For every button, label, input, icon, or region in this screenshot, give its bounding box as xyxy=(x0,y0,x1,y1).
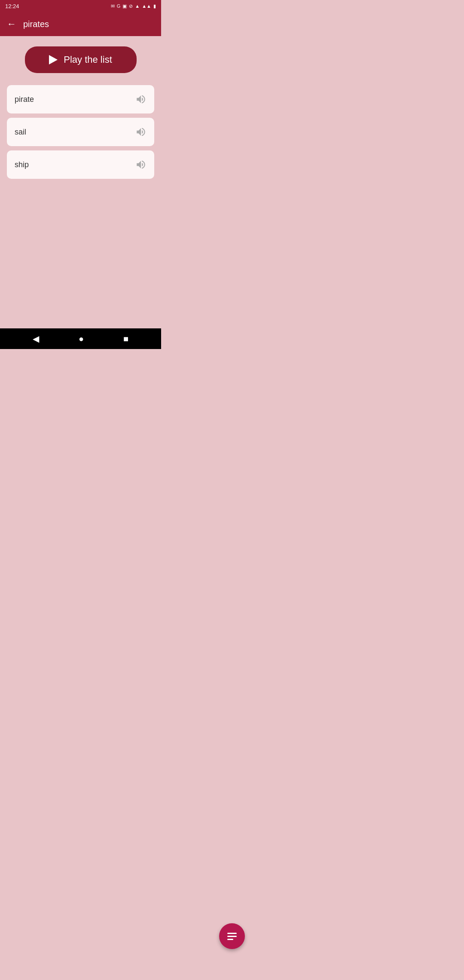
sim-icon: ▣ xyxy=(122,3,127,9)
blocked-icon: ⊘ xyxy=(129,3,133,9)
google-icon: G xyxy=(117,3,121,9)
nav-back-button[interactable]: ◀ xyxy=(26,330,46,347)
status-icons: ✉ G ▣ ⊘ ▲ ▲▲ ▮ xyxy=(111,3,156,9)
status-bar: 12:24 ✉ G ▣ ⊘ ▲ ▲▲ ▮ xyxy=(0,0,161,12)
word-item[interactable]: ship xyxy=(7,150,154,179)
word-text: sail xyxy=(15,128,26,137)
email-icon: ✉ xyxy=(111,3,115,9)
toolbar: ← pirates xyxy=(0,12,161,36)
word-item[interactable]: pirate xyxy=(7,85,154,113)
nav-bar: ◀ ● ■ xyxy=(0,328,161,349)
page-title: pirates xyxy=(23,19,49,29)
word-list: pirate sail ship xyxy=(7,85,154,179)
play-button-label: Play the list xyxy=(64,54,112,65)
volume-icon[interactable] xyxy=(135,126,147,138)
play-icon xyxy=(49,55,58,64)
status-time: 12:24 xyxy=(5,3,19,9)
main-content: Play the list pirate sail ship xyxy=(0,36,161,328)
back-button[interactable]: ← xyxy=(7,18,16,30)
volume-icon[interactable] xyxy=(135,94,147,105)
word-text: pirate xyxy=(15,95,34,104)
word-text: ship xyxy=(15,160,29,169)
nav-recent-button[interactable]: ■ xyxy=(116,331,135,347)
battery-icon: ▮ xyxy=(153,3,156,9)
wifi-icon: ▲ xyxy=(135,3,140,9)
nav-home-button[interactable]: ● xyxy=(72,331,91,347)
signal-icon: ▲▲ xyxy=(142,3,151,9)
play-list-button[interactable]: Play the list xyxy=(25,46,137,73)
word-item[interactable]: sail xyxy=(7,118,154,146)
volume-icon[interactable] xyxy=(135,159,147,170)
